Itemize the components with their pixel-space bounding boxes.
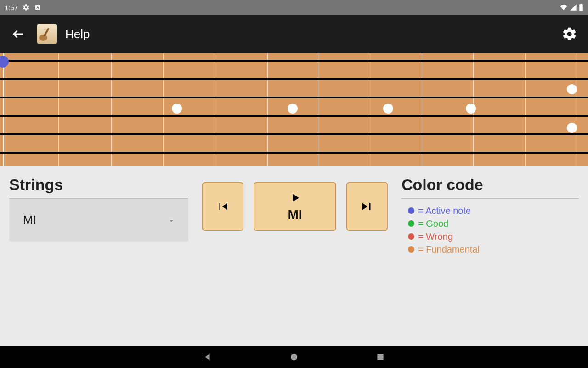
fret-line <box>267 53 268 166</box>
fret-line <box>422 53 422 166</box>
legend-dot-icon <box>408 246 414 253</box>
string-line <box>0 115 588 117</box>
svg-rect-7 <box>377 354 383 360</box>
app-bar: Help <box>0 15 588 53</box>
string-line <box>0 133 588 135</box>
strings-selected-value: MI <box>23 213 36 227</box>
settings-status-icon <box>23 4 30 11</box>
previous-button[interactable] <box>202 182 243 231</box>
android-status-bar: 1:57 A <box>0 0 588 15</box>
status-time: 1:57 <box>5 4 18 12</box>
app-status-icon: A <box>34 4 41 11</box>
legend-dot-icon <box>408 207 414 214</box>
legend-dot-icon <box>408 233 414 240</box>
arrow-left-icon <box>11 27 25 41</box>
legend-label: = Fundamental <box>418 243 480 256</box>
fretboard[interactable] <box>0 53 588 166</box>
fret-line <box>3 53 4 166</box>
fret-line <box>577 53 577 166</box>
nav-recent-button[interactable] <box>374 351 387 363</box>
strings-heading: Strings <box>9 176 188 194</box>
settings-button[interactable] <box>560 24 580 44</box>
nav-back-icon <box>203 352 213 362</box>
fret-inlay-dot <box>466 104 476 114</box>
legend-item: = Wrong <box>408 230 572 243</box>
strings-dropdown[interactable]: MI <box>9 198 188 242</box>
legend-label: = Wrong <box>418 230 453 243</box>
string-line <box>0 152 588 154</box>
chevron-down-icon <box>168 213 175 227</box>
fret-line <box>111 53 112 166</box>
string-line <box>0 78 588 80</box>
next-button[interactable] <box>346 182 388 231</box>
nav-home-icon <box>289 352 299 362</box>
play-note-label: MI <box>288 207 302 222</box>
string-line <box>0 97 588 98</box>
legend-dot-icon <box>408 220 414 227</box>
battery-icon <box>579 3 583 12</box>
nav-recent-icon <box>376 352 385 362</box>
legend-item: = Fundamental <box>408 243 572 256</box>
gear-icon <box>562 26 577 42</box>
android-nav-bar <box>0 346 588 368</box>
svg-point-6 <box>291 354 298 361</box>
fret-line <box>214 53 214 166</box>
skip-previous-icon <box>216 200 230 213</box>
nav-home-button[interactable] <box>288 351 300 363</box>
play-button[interactable]: MI <box>254 182 336 231</box>
skip-next-icon <box>360 200 374 213</box>
svg-text:A: A <box>36 6 39 10</box>
fret-inlay-dot <box>288 104 298 114</box>
legend-item: = Active note <box>408 204 572 217</box>
string-line <box>0 60 588 62</box>
svg-rect-2 <box>579 4 583 11</box>
svg-rect-5 <box>43 28 49 36</box>
active-note-marker <box>0 56 9 68</box>
svg-point-4 <box>39 34 47 41</box>
fret-inlay-dot <box>567 123 577 133</box>
fret-line <box>58 53 59 166</box>
legend-label: = Good <box>418 217 448 230</box>
fret-inlay-dot <box>383 104 393 114</box>
fret-line <box>525 53 526 166</box>
color-code-heading: Color code <box>401 176 579 194</box>
nav-back-button[interactable] <box>201 351 214 363</box>
legend-label: = Active note <box>418 204 471 217</box>
fret-inlay-dot <box>567 84 577 94</box>
wifi-icon <box>560 4 568 11</box>
fret-inlay-dot <box>172 104 182 114</box>
fret-line <box>163 53 164 166</box>
legend-item: = Good <box>408 217 572 230</box>
fret-line <box>318 53 318 166</box>
svg-rect-3 <box>581 4 582 5</box>
fret-line <box>370 53 370 166</box>
signal-icon <box>570 4 577 11</box>
back-button[interactable] <box>8 24 28 44</box>
app-icon <box>37 24 57 44</box>
play-icon <box>288 191 302 205</box>
control-panel: Strings MI MI Color code = Active note =… <box>0 166 588 275</box>
color-code-legend: = Active note = Good = Wrong = Fundament… <box>401 198 579 265</box>
page-title: Help <box>65 27 90 41</box>
